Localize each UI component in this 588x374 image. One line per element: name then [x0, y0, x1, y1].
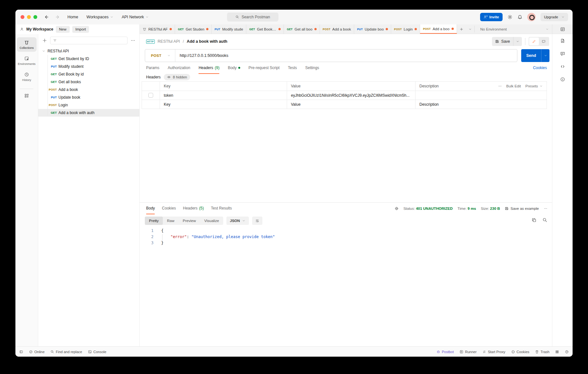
nav-home[interactable]: Home: [67, 15, 78, 19]
send-options-chevron[interactable]: [541, 49, 549, 62]
send-button[interactable]: Send: [521, 49, 549, 62]
key-placeholder[interactable]: Key: [160, 100, 287, 109]
console-button[interactable]: Console: [88, 350, 106, 354]
open-tab[interactable]: POST Add a boo: [420, 24, 457, 34]
nav-api-network[interactable]: API Network: [122, 15, 149, 19]
cookies-button[interactable]: Cookies: [511, 350, 530, 354]
environment-quick-look-button[interactable]: [552, 24, 573, 34]
bulk-edit-link[interactable]: Bulk Edit: [506, 84, 521, 88]
notifications-bell-icon[interactable]: [517, 14, 522, 20]
new-button[interactable]: New: [56, 26, 70, 33]
request-list-item[interactable]: GET Get all books: [38, 78, 139, 86]
upgrade-button[interactable]: Upgrade: [540, 13, 568, 21]
open-tab[interactable]: POST Add a book: [320, 24, 354, 34]
new-tab-button[interactable]: [457, 24, 466, 34]
request-config-tab[interactable]: Tests: [288, 66, 297, 72]
response-tab[interactable]: Test Results: [211, 206, 232, 212]
collection-row[interactable]: RESTful API: [38, 47, 139, 55]
add-module-icon[interactable]: [24, 93, 29, 98]
rail-item-collections[interactable]: Collections: [17, 37, 37, 52]
save-as-example-button[interactable]: Save as example: [505, 207, 539, 210]
request-config-tab[interactable]: Authorization: [168, 66, 190, 72]
comments-button[interactable]: [539, 38, 549, 45]
two-pane-icon[interactable]: [555, 350, 559, 354]
help-icon[interactable]: [565, 350, 569, 354]
edit-pencil-button[interactable]: [529, 38, 539, 45]
minimize-window-button[interactable]: [27, 15, 31, 19]
zoom-window-button[interactable]: [33, 15, 37, 19]
view-mode[interactable]: Raw: [163, 217, 179, 225]
rail-item-history[interactable]: History: [17, 69, 37, 84]
request-list-item[interactable]: GET Add a book with auth: [38, 109, 139, 117]
rail-item-environments[interactable]: Environments: [17, 53, 37, 68]
open-tab[interactable]: GET Get Studen: [175, 24, 212, 34]
presets-dropdown[interactable]: Presets: [525, 84, 543, 88]
tab-options-chevron[interactable]: [466, 24, 474, 34]
request-list-item[interactable]: PUT Modify student: [38, 63, 139, 70]
settings-gear-icon[interactable]: [507, 14, 513, 20]
add-collection-icon[interactable]: [42, 38, 47, 43]
request-list-item[interactable]: POST Add a book: [38, 86, 139, 94]
save-options-chevron[interactable]: [513, 37, 522, 46]
hidden-headers-toggle[interactable]: 8 hidden: [164, 74, 190, 80]
global-search[interactable]: Search Postman: [227, 13, 278, 22]
view-mode[interactable]: Preview: [179, 217, 200, 225]
view-mode[interactable]: Pretty: [145, 217, 163, 225]
online-status[interactable]: Online: [29, 350, 45, 354]
documentation-icon[interactable]: [560, 38, 565, 43]
open-tab[interactable]: PUT Modify stude: [212, 24, 246, 34]
import-button[interactable]: Import: [72, 26, 89, 33]
request-config-tab[interactable]: Body: [228, 66, 240, 72]
user-avatar[interactable]: [527, 13, 536, 21]
format-dropdown[interactable]: JSON: [226, 217, 249, 225]
request-config-tab[interactable]: Headers (9): [198, 66, 219, 72]
view-mode[interactable]: Visualize: [200, 217, 223, 225]
open-tab[interactable]: GET Get Book by: [246, 24, 284, 34]
cookies-link[interactable]: Cookies: [533, 66, 547, 70]
forward-arrow-icon[interactable]: [55, 14, 60, 20]
request-config-tab[interactable]: Settings: [305, 66, 319, 72]
request-list-item[interactable]: GET Get Book by id: [38, 70, 139, 78]
search-response-icon[interactable]: [542, 218, 548, 223]
nav-workspaces[interactable]: Workspaces: [86, 15, 113, 19]
request-config-tab[interactable]: Params: [146, 66, 159, 72]
toggle-sidebar-icon[interactable]: [19, 350, 23, 354]
code-snippet-icon[interactable]: [560, 64, 565, 69]
request-list-item[interactable]: PUT Update book: [38, 94, 139, 101]
back-arrow-icon[interactable]: [44, 14, 49, 20]
header-value-cell[interactable]: eyJhbGciOiJIUzI1NiIsInR5cCI6IkpXVCJ9.eyJ…: [287, 91, 416, 100]
trash-button[interactable]: Trash: [535, 350, 549, 354]
open-tab[interactable]: GET Get all boo: [284, 24, 320, 34]
open-tab[interactable]: PUT Update boo: [354, 24, 391, 34]
open-tab[interactable]: RESTful AF: [140, 24, 175, 34]
response-tab[interactable]: Body: [146, 206, 155, 212]
request-list-item[interactable]: POST Login: [38, 101, 139, 109]
header-key-cell[interactable]: token: [160, 91, 287, 100]
info-icon[interactable]: [560, 77, 565, 82]
workspace-title[interactable]: My Workspace: [26, 27, 53, 31]
close-window-button[interactable]: [21, 15, 24, 19]
sidebar-filter-input[interactable]: [50, 37, 127, 44]
save-button[interactable]: Save: [492, 37, 522, 46]
comments-icon[interactable]: [560, 51, 565, 56]
table-more-icon[interactable]: [498, 84, 502, 88]
runner-button[interactable]: Runner: [460, 350, 477, 354]
copy-icon[interactable]: [531, 218, 537, 223]
header-description-cell[interactable]: [416, 91, 547, 100]
breadcrumb-collection[interactable]: RESTful API: [158, 39, 180, 44]
response-tab[interactable]: Headers (5): [183, 206, 204, 212]
row-checkbox[interactable]: [148, 93, 153, 98]
line-wrap-button[interactable]: [252, 217, 262, 225]
network-globe-icon[interactable]: [395, 207, 399, 210]
request-config-tab[interactable]: Pre-request Script: [249, 66, 280, 72]
method-selector[interactable]: POST: [145, 49, 175, 62]
sidebar-more-icon[interactable]: [130, 38, 136, 43]
url-input[interactable]: http://127.0.0.1:5000/books: [175, 53, 229, 58]
invite-button[interactable]: Invite: [480, 13, 503, 21]
description-placeholder[interactable]: Description: [416, 100, 547, 109]
request-list-item[interactable]: GET Get Student by ID: [38, 55, 139, 63]
find-and-replace[interactable]: Find and replace: [50, 350, 82, 354]
response-tab[interactable]: Cookies: [162, 206, 176, 212]
open-tab[interactable]: POST Login: [391, 24, 420, 34]
response-body-editor[interactable]: 1{ 2 "error": "Unauthorized, please prov…: [140, 228, 549, 346]
